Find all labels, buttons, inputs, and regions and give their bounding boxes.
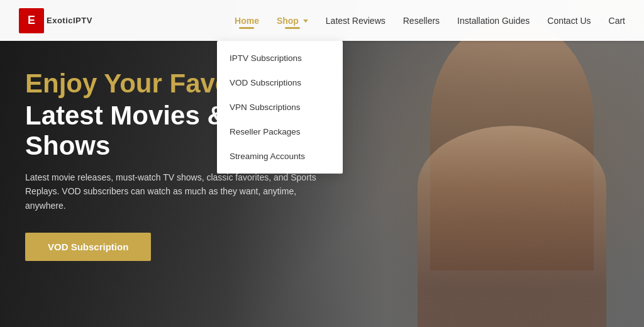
dropdown-item-streaming[interactable]: Streaming Accounts <box>217 144 343 169</box>
logo[interactable]: E ExoticIPTV <box>19 8 92 33</box>
nav-link-reviews[interactable]: Latest Reviews <box>326 16 386 26</box>
shop-dropdown-menu: IPTV Subscriptions VOD Subscriptions VPN… <box>217 41 343 174</box>
shop-indicator <box>285 27 300 29</box>
shop-dropdown-arrow <box>303 19 308 23</box>
dropdown-item-vpn[interactable]: VPN Subscriptions <box>217 95 343 119</box>
nav-item-shop: Shop <box>277 15 308 26</box>
nav-link-contact[interactable]: Contact Us <box>547 16 591 26</box>
nav-item-contact: Contact Us <box>547 15 591 26</box>
nav-item-home: Home <box>235 15 259 26</box>
nav-item-resellers: Resellers <box>403 15 440 26</box>
nav-link-home[interactable]: Home <box>235 16 259 26</box>
home-indicator <box>239 27 254 29</box>
nav-item-reviews: Latest Reviews <box>326 15 386 26</box>
logo-icon: E <box>19 8 44 33</box>
logo-letter: E <box>28 14 35 27</box>
logo-text: ExoticIPTV <box>47 16 92 25</box>
navbar: E ExoticIPTV Home Shop Latest Reviews Re… <box>0 0 644 41</box>
hero-description: Latest movie releases, must-watch TV sho… <box>25 170 321 213</box>
dropdown-item-vod[interactable]: VOD Subscriptions <box>217 70 343 95</box>
nav-link-cart[interactable]: Cart <box>609 16 625 26</box>
nav-item-cart: Cart <box>609 15 625 26</box>
nav-link-resellers[interactable]: Resellers <box>403 16 440 26</box>
dropdown-item-iptv[interactable]: IPTV Subscriptions <box>217 46 343 70</box>
nav-link-guides[interactable]: Installation Guides <box>457 16 530 26</box>
nav-links: Home Shop Latest Reviews Resellers Insta… <box>235 15 625 26</box>
vod-subscription-button[interactable]: VOD Subscription <box>25 233 151 261</box>
dropdown-item-reseller[interactable]: Reseller Packages <box>217 119 343 144</box>
nav-item-guides: Installation Guides <box>457 15 530 26</box>
nav-link-shop[interactable]: Shop <box>277 16 308 26</box>
